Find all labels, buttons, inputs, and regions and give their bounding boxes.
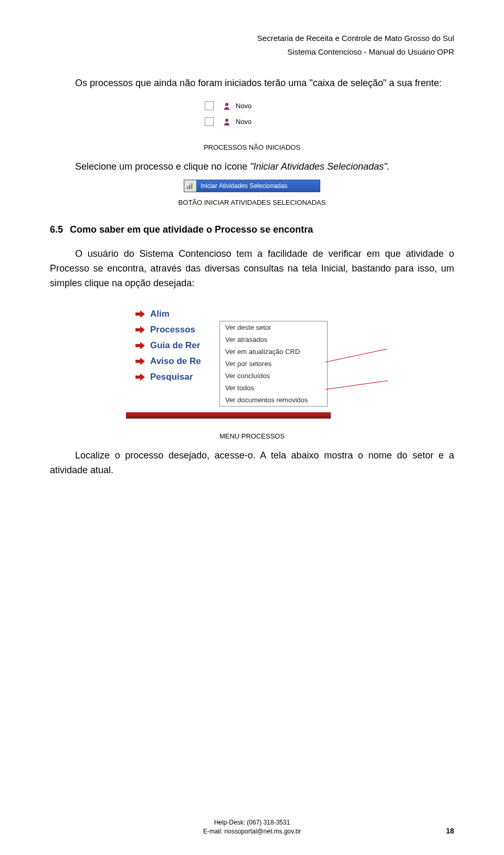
checkbox-row: Novo xyxy=(205,114,299,130)
svg-rect-3 xyxy=(189,185,191,189)
section-heading: 6.5Como saber em que atividade o Process… xyxy=(50,224,454,235)
arrow-right-icon xyxy=(135,342,145,349)
section-title: Como saber em que atividade o Processo s… xyxy=(70,224,313,235)
intro-paragraph: Os processos que ainda não foram iniciad… xyxy=(50,76,454,91)
sidebar-item-label: Pesquisar xyxy=(150,372,193,382)
submenu-item-ver-todos[interactable]: Ver todos xyxy=(220,382,327,394)
person-icon xyxy=(223,102,230,110)
chart-icon xyxy=(184,180,196,192)
sidebar-item-label: Guia de Rer xyxy=(150,340,200,351)
menu-figure: Alim Processos Guia de Rer Aviso de Re xyxy=(126,306,378,427)
svg-marker-8 xyxy=(135,358,145,365)
novo-label: Novo xyxy=(236,102,251,110)
svg-point-0 xyxy=(225,103,228,106)
arrow-right-icon xyxy=(135,310,145,318)
red-bar-decoration xyxy=(126,412,331,419)
submenu-item-ver-atrasados[interactable]: Ver atrasados xyxy=(220,333,327,346)
instrucao-text-pre: Selecione um processo e clique no ícone xyxy=(75,161,250,172)
localize-paragraph: Localize o processo desejado, acesse-o. … xyxy=(50,449,454,478)
arrow-right-icon xyxy=(135,358,145,365)
callout-line xyxy=(326,349,387,363)
svg-marker-7 xyxy=(135,342,145,349)
callout-line xyxy=(326,381,388,390)
header-line-1: Secretaria de Receita e Controle de Mato… xyxy=(50,32,454,45)
sidebar-item-label: Aviso de Re xyxy=(150,356,201,367)
document-header: Secretaria de Receita e Controle de Mato… xyxy=(50,32,454,58)
caption-botao-iniciar: BOTÃO INICIAR ATIVIDADES SELECIONADAS xyxy=(50,199,454,206)
iniciar-atividades-button[interactable]: Iniciar Atividades Selecionadas xyxy=(184,180,320,192)
novo-label: Novo xyxy=(236,118,251,126)
page-number: 18 xyxy=(446,827,454,835)
submenu-item-ver-atualizacao-crd[interactable]: Ver em atualização CRD xyxy=(220,346,327,358)
footer-email: E-mail: nossoportal@net.ms.gov.br xyxy=(0,827,504,836)
checkbox-row: Novo xyxy=(205,98,299,114)
page: Secretaria de Receita e Controle de Mato… xyxy=(0,0,504,855)
header-line-2: Sistema Contencioso - Manual do Usuário … xyxy=(50,45,454,59)
sidebar-item-label: Processos xyxy=(150,325,195,335)
svg-rect-4 xyxy=(191,183,193,189)
svg-marker-6 xyxy=(135,326,145,333)
svg-rect-2 xyxy=(187,186,188,189)
submenu-item-ver-documentos-removidos[interactable]: Ver documentos removidos xyxy=(220,394,327,406)
caption-processos-nao-iniciados: PROCESSOS NÃO INICIADOS xyxy=(50,143,454,151)
iniciar-button-label: Iniciar Atividades Selecionadas xyxy=(196,182,287,190)
person-icon xyxy=(223,118,230,126)
footer-helpdesk: Help-Desk: (067) 318-3531 xyxy=(0,818,504,827)
svg-marker-9 xyxy=(135,373,145,381)
body-paragraph: O usuário do Sistema Contencioso tem a f… xyxy=(50,247,454,291)
svg-marker-5 xyxy=(135,310,145,318)
instrucao-selecione: Selecione um processo e clique no ícone … xyxy=(50,160,454,174)
arrow-right-icon xyxy=(135,373,145,381)
section-number: 6.5 xyxy=(50,224,70,235)
footer: Help-Desk: (067) 318-3531 E-mail: nossop… xyxy=(0,818,504,836)
processos-submenu: Ver deste setor Ver atrasados Ver em atu… xyxy=(219,321,328,406)
instrucao-text-italic: "Iniciar Atividades Selecionadas". xyxy=(250,161,390,172)
checkbox-examples: Novo Novo xyxy=(205,98,299,130)
submenu-item-ver-por-setores[interactable]: Ver por setores xyxy=(220,358,327,370)
caption-menu-processos: MENU PROCESSOS xyxy=(50,432,454,440)
sidebar-item-alim[interactable]: Alim xyxy=(135,306,240,322)
checkbox-icon[interactable] xyxy=(205,117,214,126)
checkbox-icon[interactable] xyxy=(205,101,214,110)
submenu-item-ver-concluidos[interactable]: Ver concluídos xyxy=(220,370,327,382)
sidebar-item-label: Alim xyxy=(150,309,170,319)
arrow-right-icon xyxy=(135,326,145,333)
svg-point-1 xyxy=(225,119,228,122)
submenu-item-ver-deste-setor[interactable]: Ver deste setor xyxy=(220,321,327,333)
